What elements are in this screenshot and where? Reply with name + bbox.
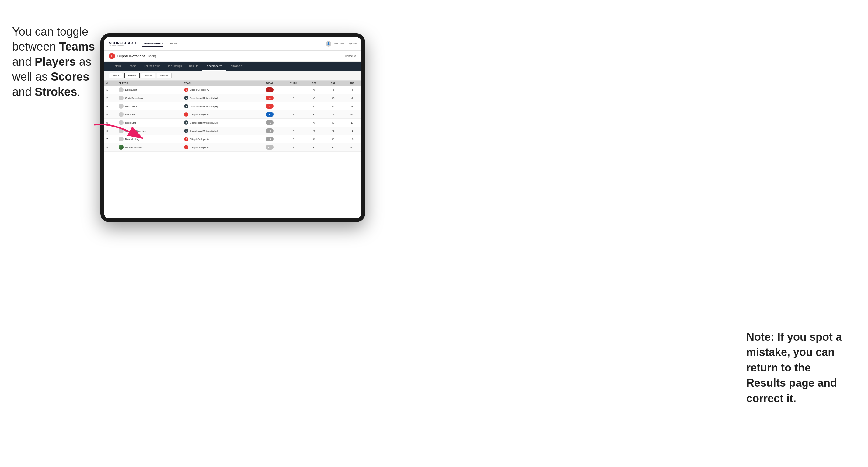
logo-area: SCOREBOARD Powered by clippd — [109, 41, 136, 46]
cell-rd3: +3 — [343, 111, 362, 119]
col-team: TEAM — [182, 81, 257, 86]
cell-total: -2 — [257, 102, 282, 111]
cell-rd2: +1 — [324, 135, 343, 143]
tab-leaderboards[interactable]: Leaderboards — [202, 62, 226, 71]
toggle-players-button[interactable]: Players — [124, 73, 140, 79]
cell-rank: 2 — [104, 94, 116, 102]
col-rd3: RD3 — [343, 81, 362, 86]
cell-team: C Clippd College [A] — [182, 86, 257, 94]
cell-rd2: -2 — [324, 102, 343, 111]
cell-player: Elliot Ebert — [116, 86, 182, 94]
cell-rd1: +1 — [305, 102, 324, 111]
nav-right: 👤 Test User | Sign out — [326, 41, 356, 46]
cell-rd3: -1 — [343, 127, 362, 135]
cell-rd3: +6 — [343, 135, 362, 143]
cell-player: Chris Robertson — [116, 94, 182, 102]
arrow-indicator — [88, 119, 155, 146]
cell-thru: F — [282, 135, 305, 143]
cell-rd2: -4 — [324, 111, 343, 119]
col-rd1: RD1 — [305, 81, 324, 86]
cell-rd2: -6 — [324, 86, 343, 94]
tab-details[interactable]: Details — [109, 62, 125, 71]
tab-results[interactable]: Results — [186, 62, 202, 71]
players-bold: Players — [35, 55, 76, 68]
toggle-row: Teams Players Scores Strokes — [104, 71, 362, 81]
tab-printables[interactable]: Printables — [226, 62, 246, 71]
top-navigation: SCOREBOARD Powered by clippd TOURNAMENTS… — [104, 37, 362, 51]
user-name: Test User | — [334, 42, 345, 45]
cell-rd1: +1 — [305, 119, 324, 127]
teams-bold: Teams — [59, 40, 95, 53]
sub-navigation: Details Teams Course Setup Tee Groups Re… — [104, 62, 362, 71]
cell-thru: F — [282, 143, 305, 152]
cell-rd1: +1 — [305, 111, 324, 119]
cell-rd3: -4 — [343, 94, 362, 102]
cell-team: ■ Scoreboard University [A] — [182, 127, 257, 135]
toggle-strokes-button[interactable]: Strokes — [157, 73, 172, 79]
cell-rd2: +7 — [324, 143, 343, 152]
toggle-teams-button[interactable]: Teams — [109, 73, 123, 79]
tournament-header: C Clippd Invitational (Men) Cancel ✕ — [104, 51, 362, 62]
tab-teams[interactable]: Teams — [125, 62, 140, 71]
right-annotation: Note: If you spot a mistake, you can ret… — [746, 330, 850, 406]
cell-rd1: -5 — [305, 94, 324, 102]
cell-rd3: +2 — [343, 143, 362, 152]
cell-team: ■ Scoreboard University [A] — [182, 102, 257, 111]
cell-total: +4 — [257, 127, 282, 135]
cell-team: ■ Scoreboard University [A] — [182, 94, 257, 102]
table-row: 2 Chris Robertson ■ Scoreboard Universit… — [104, 94, 362, 102]
cell-rd1: +3 — [305, 86, 324, 94]
cell-rd3: E — [343, 119, 362, 127]
cell-rd3: -5 — [343, 86, 362, 94]
sign-out-link[interactable]: Sign out — [348, 42, 356, 45]
cell-total: E — [257, 111, 282, 119]
cell-player: David Ford — [116, 111, 182, 119]
col-rd2: RD2 — [324, 81, 343, 86]
logo-sub: Powered by clippd — [109, 45, 136, 46]
cell-thru: F — [282, 111, 305, 119]
cell-thru: F — [282, 94, 305, 102]
cell-rd2: +5 — [324, 94, 343, 102]
nav-teams[interactable]: TEAMS — [168, 41, 178, 47]
clippd-logo: C — [109, 53, 115, 59]
cell-thru: F — [282, 127, 305, 135]
cancel-button[interactable]: Cancel ✕ — [345, 55, 356, 58]
table-row: 1 Elliot Ebert C Clippd College [A] -8 F… — [104, 86, 362, 94]
cell-rd2: E — [324, 119, 343, 127]
cell-rd3: -1 — [343, 102, 362, 111]
cell-player: Rich Butler — [116, 102, 182, 111]
table-row: 4 David Ford C Clippd College [A] E F +1… — [104, 111, 362, 119]
table-header-row: # PLAYER TEAM TOTAL THRU RD1 RD2 RD3 — [104, 81, 362, 86]
tab-course-setup[interactable]: Course Setup — [140, 62, 164, 71]
toggle-scores-button[interactable]: Scores — [141, 73, 155, 79]
cell-team: C Clippd College [A] — [182, 135, 257, 143]
cell-team: C Clippd College [A] — [182, 111, 257, 119]
strokes-bold: Strokes — [35, 86, 77, 98]
user-avatar: 👤 — [326, 41, 331, 46]
cell-rd1: +2 — [305, 143, 324, 152]
cell-total: -4 — [257, 94, 282, 102]
col-player: PLAYER — [116, 81, 182, 86]
nav-tournaments[interactable]: TOURNAMENTS — [142, 41, 163, 47]
nav-links: TOURNAMENTS TEAMS — [142, 41, 326, 47]
cell-total: +1 — [257, 119, 282, 127]
tab-tee-groups[interactable]: Tee Groups — [164, 62, 186, 71]
cell-rank: 4 — [104, 111, 116, 119]
cell-thru: F — [282, 102, 305, 111]
cell-total: -8 — [257, 86, 282, 94]
scores-bold: Scores — [51, 70, 89, 83]
col-thru: THRU — [282, 81, 305, 86]
cell-rd2: +2 — [324, 127, 343, 135]
left-annotation: You can toggle between Teams and Players… — [12, 24, 97, 99]
cell-rd1: +2 — [305, 135, 324, 143]
cell-thru: F — [282, 119, 305, 127]
tournament-name: Clippd Invitational (Men) — [118, 54, 156, 58]
logo-title: SCOREBOARD — [109, 41, 136, 45]
cell-team: ■ Scoreboard University [A] — [182, 119, 257, 127]
cell-rank: 1 — [104, 86, 116, 94]
leaderboard-table: # PLAYER TEAM TOTAL THRU RD1 RD2 RD3 1 E… — [104, 81, 362, 218]
cell-rd1: +5 — [305, 127, 324, 135]
cell-rank: 3 — [104, 102, 116, 111]
cell-total: +6 — [257, 135, 282, 143]
table-row: 3 Rich Butler ■ Scoreboard University [A… — [104, 102, 362, 111]
